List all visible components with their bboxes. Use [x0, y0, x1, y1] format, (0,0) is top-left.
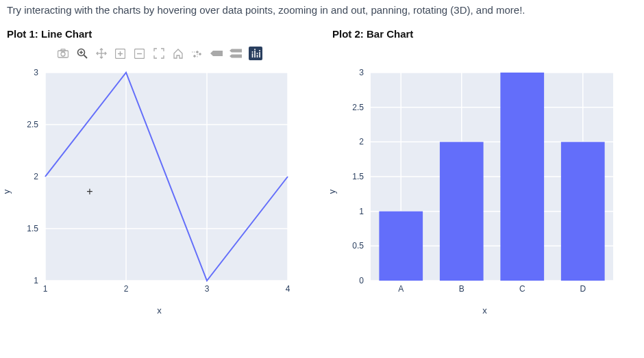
modebar: [7, 44, 312, 63]
svg-point-2: [61, 52, 65, 56]
plot-right: Plot 2: Bar Chart y 00.511.522.53ABCD x: [332, 28, 637, 316]
spike-lines-icon[interactable]: [191, 47, 203, 60]
plot-right-title: Plot 2: Bar Chart: [332, 28, 637, 40]
plot-left-title: Plot 1: Line Chart: [7, 28, 312, 40]
y-tick-label: 0.5: [352, 241, 364, 251]
camera-icon[interactable]: [57, 47, 69, 60]
plot-left: Plot 1: Line Chart: [7, 28, 312, 316]
intro-text: Try interacting with the charts by hover…: [7, 4, 637, 16]
line-y-axis-title: y: [1, 189, 12, 194]
svg-point-16: [199, 53, 201, 55]
line-chart[interactable]: y 123411.522.53+ x: [7, 67, 312, 316]
x-tick-label: C: [519, 284, 525, 294]
pan-icon[interactable]: [95, 47, 108, 60]
y-tick-label: 2: [359, 137, 364, 146]
svg-line-4: [84, 55, 87, 59]
svg-point-23: [251, 51, 253, 53]
x-tick-label: 1: [43, 284, 48, 294]
x-tick-label: 3: [205, 284, 210, 294]
x-tick-label: 4: [286, 284, 290, 294]
bar-y-axis-title: y: [327, 189, 337, 194]
bar[interactable]: [561, 142, 605, 281]
y-tick-label: 2.5: [352, 103, 364, 112]
x-tick-label: A: [398, 284, 404, 294]
line-chart-svg[interactable]: 123411.522.53+: [7, 67, 295, 300]
modebar-spacer: [332, 44, 637, 67]
svg-rect-1: [61, 49, 65, 51]
bar[interactable]: [440, 142, 484, 281]
y-tick-label: 0: [359, 276, 364, 285]
bar-x-axis-title: x: [332, 305, 637, 316]
y-tick-label: 3: [34, 68, 38, 77]
y-tick-label: 1: [359, 207, 364, 216]
y-tick-label: 2.5: [27, 120, 38, 129]
x-tick-label: D: [580, 284, 586, 294]
line-x-axis-title: x: [7, 305, 312, 316]
charts-row: Plot 1: Line Chart: [7, 28, 637, 316]
svg-point-24: [254, 49, 256, 50]
svg-point-26: [259, 50, 260, 51]
bar[interactable]: [379, 212, 423, 281]
bar[interactable]: [500, 73, 544, 281]
svg-point-14: [193, 55, 195, 57]
zoom-icon[interactable]: [76, 47, 88, 60]
y-tick-label: 1: [34, 276, 38, 285]
y-tick-label: 2: [34, 172, 38, 181]
y-tick-label: 1.5: [27, 224, 38, 233]
zoom-in-icon[interactable]: [114, 47, 127, 60]
bar-chart[interactable]: y 00.511.522.53ABCD x: [332, 67, 637, 316]
bar-chart-svg[interactable]: 00.511.522.53ABCD: [332, 67, 620, 300]
y-tick-label: 3: [359, 68, 364, 77]
x-tick-label: B: [459, 284, 465, 294]
svg-point-25: [256, 53, 258, 54]
y-tick-label: 1.5: [352, 172, 364, 181]
hover-closest-icon[interactable]: [210, 47, 223, 60]
x-tick-label: 2: [124, 284, 129, 294]
zoom-out-icon[interactable]: [134, 47, 146, 60]
hover-compare-icon[interactable]: [230, 47, 242, 60]
autoscale-icon[interactable]: [153, 47, 165, 60]
reset-axes-icon[interactable]: [172, 47, 184, 60]
plotly-logo-icon[interactable]: [249, 47, 262, 60]
